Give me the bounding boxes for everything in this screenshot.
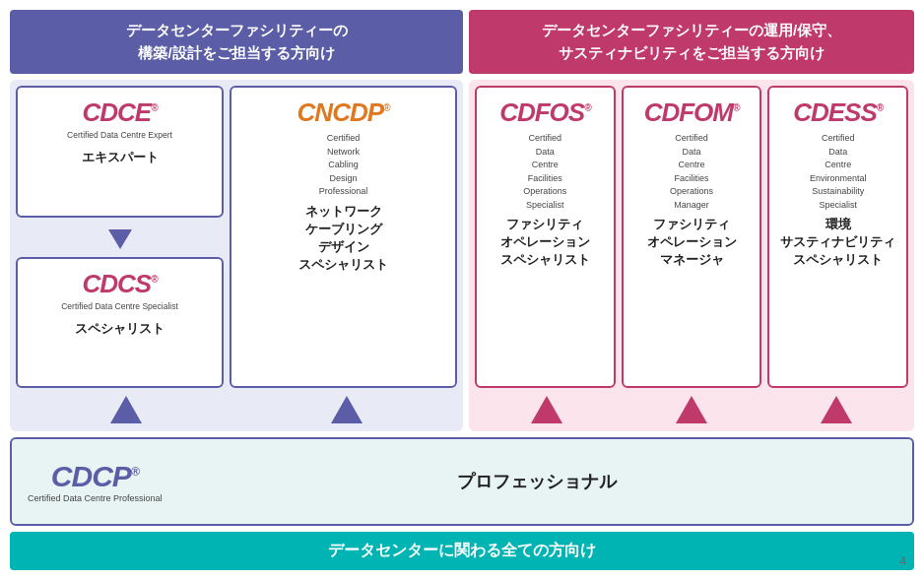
cdfos-text-en: Certified Data Centre Facilities Operati…	[523, 132, 566, 212]
cdce-column: CDCE® Certified Data Centre Expert エキスパー…	[16, 86, 224, 388]
right-header: データセンターファシリティーの運用/保守、 サスティナビリティをご担当する方向け	[469, 10, 914, 74]
arrow-icon	[531, 396, 562, 423]
right-three-cards: CDFOS® Certified Data Centre Facilities …	[475, 86, 908, 388]
cncdp-text-en: Certified Network Cabling Design Profess…	[319, 132, 368, 199]
arrow-left-2	[236, 392, 457, 423]
cdce-card: CDCE® Certified Data Centre Expert エキスパー…	[16, 86, 224, 218]
cdcp-subtitle: Certified Data Centre Professional	[28, 493, 163, 503]
cdce-subtitle: Certified Data Centre Expert	[67, 130, 172, 141]
left-header: データセンターファシリティーの 構築/設計をご担当する方向け	[10, 10, 463, 74]
left-header-text: データセンターファシリティーの 構築/設計をご担当する方向け	[126, 22, 348, 61]
arrow-up-icon	[104, 222, 136, 253]
arrows-row-right	[475, 392, 908, 423]
left-column: データセンターファシリティーの 構築/設計をご担当する方向け CDCE® Cer…	[10, 10, 463, 431]
cdfos-logo: CDFOS®	[499, 97, 590, 128]
right-column: データセンターファシリティーの運用/保守、 サスティナビリティをご担当する方向け…	[469, 10, 914, 431]
cdcp-title-jp: プロフェッショナル	[178, 470, 896, 493]
cdfom-card: CDFOM® Certified Data Centre Facilities …	[622, 86, 762, 388]
top-section: データセンターファシリティーの 構築/設計をご担当する方向け CDCE® Cer…	[10, 10, 914, 431]
cdfom-title-jp: ファシリティ オペレーション マネージャ	[647, 216, 737, 270]
cdce-logo: CDCE®	[82, 97, 157, 128]
main-container: データセンターファシリティーの 構築/設計をご担当する方向け CDCE® Cer…	[0, 0, 924, 580]
cdcp-section: CDCP® Certified Data Centre Professional…	[10, 437, 914, 526]
cncdp-title-jp: ネットワーク ケーブリング デザイン スペシャリスト	[298, 203, 388, 275]
cdfos-title-jp: ファシリティ オペレーション スペシャリスト	[500, 216, 590, 270]
arrow-right-3	[763, 392, 908, 423]
page-number: 4	[899, 554, 906, 568]
cdfom-logo: CDFOM®	[644, 97, 740, 128]
cncdp-card: CNCDP® Certified Network Cabling Design …	[230, 86, 457, 388]
left-top-bg: CDCE® Certified Data Centre Expert エキスパー…	[10, 80, 463, 431]
arrow-left-1	[16, 392, 236, 423]
arrow-icon	[821, 396, 852, 423]
arrow-cdce-down	[16, 222, 224, 253]
right-header-text: データセンターファシリティーの運用/保守、 サスティナビリティをご担当する方向け	[542, 22, 841, 61]
cdess-logo: CDESS®	[793, 97, 883, 128]
cdfom-text-en: Certified Data Centre Facilities Operati…	[670, 132, 713, 212]
cdess-text-en: Certified Data Centre Environmental Sust…	[810, 132, 867, 212]
cdcs-card: CDCS® Certified Data Centre Specialist ス…	[16, 257, 224, 389]
cdcs-subtitle: Certified Data Centre Specialist	[61, 301, 178, 312]
arrow-icon	[110, 396, 142, 423]
cdfos-card: CDFOS® Certified Data Centre Facilities …	[475, 86, 616, 388]
arrows-row-left	[16, 392, 457, 423]
bottom-bar: データセンターに関わる全ての方向け	[10, 532, 914, 570]
cdcp-logo: CDCP®	[51, 460, 139, 493]
cdce-title-jp: エキスパート	[82, 149, 159, 166]
arrow-icon	[676, 396, 707, 423]
left-two-cards: CDCE® Certified Data Centre Expert エキスパー…	[16, 86, 457, 388]
cdcs-logo: CDCS®	[82, 269, 157, 299]
arrow-icon	[331, 396, 363, 423]
svg-marker-0	[108, 229, 132, 249]
right-top-bg: CDFOS® Certified Data Centre Facilities …	[469, 80, 914, 431]
arrow-right-1	[475, 392, 620, 423]
cncdp-logo: CNCDP®	[297, 97, 390, 128]
arrow-right-2	[620, 392, 764, 423]
cdcp-logo-area: CDCP® Certified Data Centre Professional	[28, 460, 163, 503]
cdess-title-jp: 環境 サスティナビリティ スペシャリスト	[780, 216, 895, 270]
cdcs-title-jp: スペシャリスト	[75, 320, 165, 338]
cdess-card: CDESS® Certified Data Centre Environment…	[767, 86, 908, 388]
